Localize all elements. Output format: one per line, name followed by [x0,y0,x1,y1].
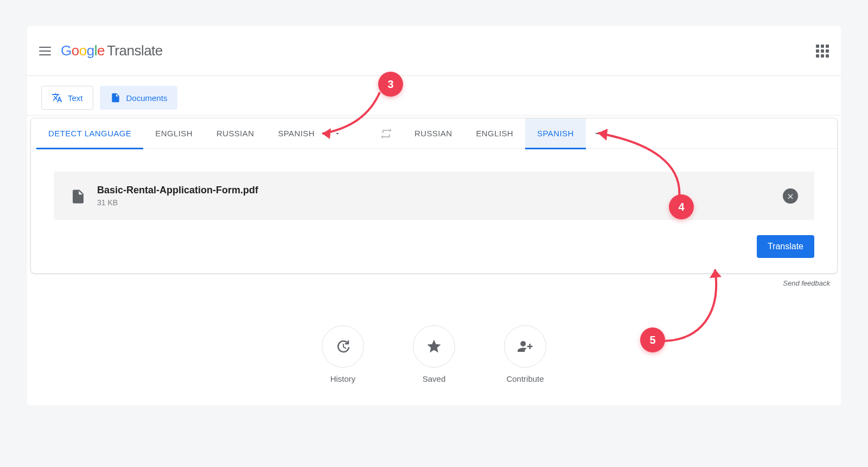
mode-text-label: Text [68,93,83,103]
file-name: Basic-Rental-Application-Form.pdf [97,185,771,196]
target-lang-russian[interactable]: RUSSIAN [403,118,464,149]
header: Google Translate [27,26,841,76]
mode-documents[interactable]: Documents [100,86,178,110]
chevron-down-icon [593,130,601,137]
swap-icon [380,127,393,140]
source-detect-language[interactable]: DETECT LANGUAGE [36,118,143,149]
footer-history-label: History [330,374,356,383]
footer-saved-label: Saved [423,374,446,383]
google-apps-icon[interactable] [816,45,829,58]
mode-text[interactable]: Text [41,86,93,110]
target-language-tabs: RUSSIAN ENGLISH SPANISH [403,118,608,149]
google-translate-logo: Google Translate [61,42,163,59]
footer-history[interactable]: History [322,325,364,383]
language-bar: DETECT LANGUAGE ENGLISH RUSSIAN SPANISH … [31,118,837,149]
logo-product-name: Translate [107,42,163,59]
footer-saved[interactable]: Saved [413,325,455,383]
target-lang-english[interactable]: ENGLISH [464,118,525,149]
target-lang-spanish[interactable]: SPANISH [525,118,586,149]
source-language-tabs: DETECT LANGUAGE ENGLISH RUSSIAN SPANISH [36,118,348,149]
swap-languages[interactable] [370,118,403,149]
close-icon [787,192,794,200]
chevron-down-icon [334,130,341,137]
translate-icon [52,92,62,103]
menu-icon[interactable] [39,45,52,58]
star-icon [426,338,442,355]
mode-bar: Text Documents [27,76,841,116]
file-icon [70,187,85,205]
source-lang-spanish[interactable]: SPANISH [266,118,327,149]
remove-file-button[interactable] [783,188,798,204]
panel-body: Basic-Rental-Application-Form.pdf 31 KB … [31,149,837,273]
footer-contribute-label: Contribute [506,374,544,383]
translate-button[interactable]: Translate [757,235,814,258]
target-lang-more[interactable] [586,118,608,149]
translate-panel: DETECT LANGUAGE ENGLISH RUSSIAN SPANISH … [30,118,838,274]
history-icon [335,338,351,355]
send-feedback-link[interactable]: Send feedback [783,279,830,287]
mode-documents-label: Documents [126,93,168,103]
file-size: 31 KB [97,198,771,207]
footer: History Saved Contribute [27,287,841,405]
source-lang-english[interactable]: ENGLISH [143,118,205,149]
people-icon [517,338,533,355]
uploaded-file-card: Basic-Rental-Application-Form.pdf 31 KB [54,172,814,220]
document-icon [110,92,121,103]
source-lang-more[interactable] [327,118,348,149]
footer-contribute[interactable]: Contribute [504,325,546,383]
app-frame: Google Translate Text Documents [27,26,841,405]
source-lang-russian[interactable]: RUSSIAN [205,118,266,149]
